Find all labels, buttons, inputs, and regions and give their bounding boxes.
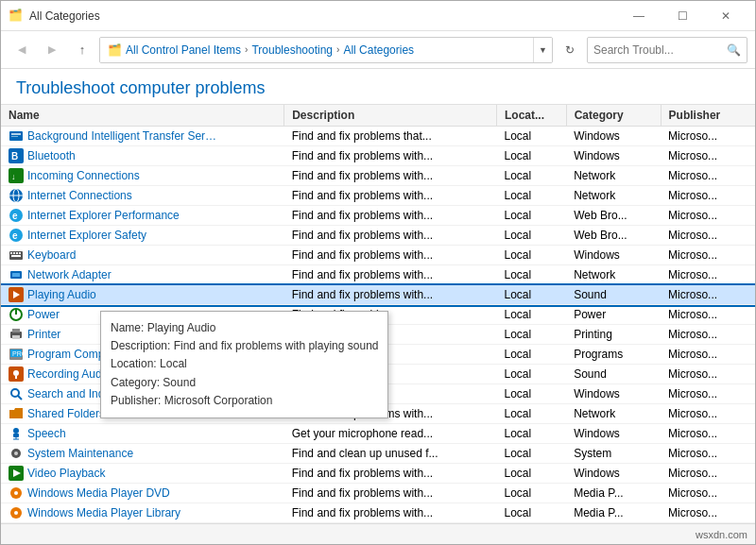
page-header: Troubleshoot computer problems (1, 69, 755, 105)
breadcrumb-1[interactable]: All Control Panel Items (126, 43, 241, 57)
item-name-link[interactable]: Power (27, 308, 60, 321)
item-publisher: Microso... (661, 127, 755, 146)
table-row[interactable]: PrinterFind and fix probl...LocalPrintin… (1, 325, 755, 345)
item-name-link[interactable]: Recording Audio (27, 367, 111, 381)
table-row[interactable]: Network AdapterFind and fix problems wit… (1, 265, 755, 285)
item-name-link[interactable]: Internet Explorer Safety (27, 229, 146, 242)
item-icon (9, 247, 24, 263)
item-publisher: Microso... (661, 146, 755, 166)
item-name-link[interactable]: Keyboard (27, 248, 76, 262)
item-name-link[interactable]: Program Compatibility (27, 348, 139, 361)
item-name-link[interactable]: Network Adapter (27, 268, 112, 281)
window-title: All Categories (29, 9, 617, 23)
item-category: Sound (566, 365, 661, 384)
table-row[interactable]: Windows Media Player SettingsFind and fi… (1, 523, 755, 524)
item-name-link[interactable]: Windows Media Player Library (27, 506, 180, 519)
table-row[interactable]: SpeechGet your microphone read...LocalWi… (1, 424, 755, 444)
item-name-cell: ↓Incoming Connections (1, 166, 228, 185)
search-input[interactable] (593, 43, 723, 57)
table-row[interactable]: System MaintenanceFind and clean up unus… (1, 444, 755, 464)
table-container[interactable]: Name Description Locat... Category Publi… (1, 105, 755, 523)
item-name-link[interactable]: Search and Indexing (27, 387, 131, 400)
address-box[interactable]: 🗂️ All Control Panel Items › Troubleshoo… (99, 37, 553, 63)
item-name-link[interactable]: Video Playback (27, 467, 106, 480)
table-row[interactable]: Video PlaybackFind and fix problems with… (1, 464, 755, 484)
item-icon (9, 426, 24, 441)
item-publisher: Microso... (661, 325, 755, 345)
item-location: Local (496, 404, 566, 424)
item-description: Find and fix probl... (284, 305, 497, 325)
item-publisher: Microso... (661, 206, 755, 226)
item-name-link[interactable]: Speech (27, 427, 66, 440)
item-category: Web Bro... (566, 226, 661, 246)
address-path: 🗂️ All Control Panel Items › Troubleshoo… (100, 38, 533, 62)
breadcrumb-sep-2: › (336, 44, 339, 55)
item-name-link[interactable]: Incoming Connections (27, 169, 140, 182)
table-row[interactable]: Search and IndexingFind and fix probl...… (1, 384, 755, 404)
item-publisher: Microso... (661, 226, 755, 246)
table-row[interactable]: Playing AudioFind and fix problems with.… (1, 285, 755, 305)
close-button[interactable]: ✕ (704, 1, 747, 31)
col-header-location[interactable]: Locat... (496, 105, 566, 127)
address-dropdown-button[interactable]: ▼ (533, 38, 552, 62)
table-row[interactable]: Recording AudioFind and fix probl...Loca… (1, 365, 755, 384)
col-header-name[interactable]: Name (1, 105, 284, 127)
search-box[interactable]: 🔍 (587, 37, 747, 63)
item-category: Windows (566, 246, 661, 265)
item-category: Network (566, 166, 661, 186)
forward-button[interactable]: ▶ (39, 37, 65, 63)
item-name-link[interactable]: Background Intelligent Transfer Service (27, 129, 220, 143)
item-name-cell: Windows Media Player DVD (1, 484, 228, 502)
item-name-link[interactable]: Internet Connections (27, 189, 132, 202)
item-name-link[interactable]: Shared Folders (27, 407, 105, 420)
item-category: Printing (566, 325, 661, 345)
minimize-button[interactable]: — (617, 1, 661, 31)
table-row[interactable]: PRGProgram CompatibilityFind and fix pro… (1, 345, 755, 365)
table-row[interactable]: Windows Media Player LibraryFind and fix… (1, 503, 755, 523)
col-header-description[interactable]: Description (284, 105, 497, 127)
item-category: Media P... (566, 523, 661, 524)
item-category: Media P... (566, 484, 661, 503)
item-name-link[interactable]: Printer (27, 328, 60, 341)
item-description: Find and fix problems with... (284, 206, 497, 226)
item-name-link[interactable]: Bluetooth (27, 149, 76, 162)
item-name-cell: Background Intelligent Transfer Service (1, 127, 228, 145)
table-row[interactable]: KeyboardFind and fix problems with...Loc… (1, 246, 755, 265)
item-name-link[interactable]: Internet Explorer Performance (27, 209, 180, 222)
item-icon (9, 188, 24, 203)
table-row[interactable]: Shared FoldersFind and fix problems with… (1, 404, 755, 424)
item-publisher: Microso... (661, 503, 755, 523)
item-publisher: Microso... (661, 424, 755, 444)
item-name-link[interactable]: Windows Media Player DVD (27, 486, 170, 500)
item-description: Find and fix probl... (284, 325, 497, 345)
table-row[interactable]: PowerFind and fix probl...LocalPowerMicr… (1, 305, 755, 325)
up-button[interactable]: ↑ (69, 37, 95, 63)
item-name-cell: Keyboard (1, 246, 228, 264)
maximize-button[interactable]: ☐ (661, 1, 704, 31)
item-publisher: Microso... (661, 444, 755, 464)
back-button[interactable]: ◀ (9, 37, 35, 63)
col-header-publisher[interactable]: Publisher (661, 105, 755, 127)
item-location: Local (496, 246, 566, 265)
svg-point-47 (14, 491, 18, 495)
table-row[interactable]: Internet ConnectionsFind and fix problem… (1, 186, 755, 206)
item-name-link[interactable]: System Maintenance (27, 447, 133, 460)
col-header-category[interactable]: Category (566, 105, 661, 127)
table-row[interactable]: Background Intelligent Transfer ServiceF… (1, 127, 755, 146)
item-name-cell: Windows Media Player Library (1, 503, 228, 522)
search-icon: 🔍 (727, 43, 741, 57)
item-icon: e (9, 208, 24, 223)
address-bar: ◀ ▶ ↑ 🗂️ All Control Panel Items › Troub… (1, 31, 755, 69)
item-name-link[interactable]: Playing Audio (27, 288, 96, 301)
item-description: Find and fix probl... (284, 384, 497, 404)
table-row[interactable]: ↓Incoming ConnectionsFind and fix proble… (1, 166, 755, 186)
table-row[interactable]: eInternet Explorer PerformanceFind and f… (1, 206, 755, 226)
table-row[interactable]: Windows Media Player DVDFind and fix pro… (1, 484, 755, 503)
table-row[interactable]: eInternet Explorer SafetyFind and fix pr… (1, 226, 755, 246)
item-name-cell: BBluetooth (1, 146, 228, 165)
item-location: Local (496, 523, 566, 524)
table-row[interactable]: BBluetoothFind and fix problems with...L… (1, 146, 755, 166)
breadcrumb-2[interactable]: Troubleshooting (251, 43, 333, 57)
breadcrumb-3[interactable]: All Categories (343, 43, 414, 57)
refresh-button[interactable]: ↻ (557, 37, 583, 63)
